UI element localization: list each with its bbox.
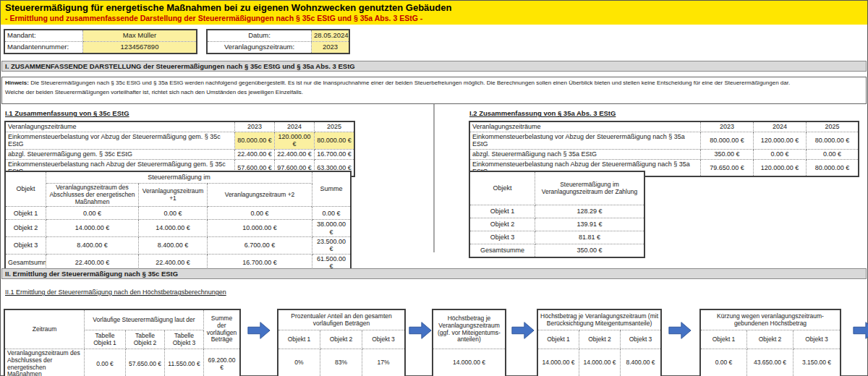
table-row: Objekt Steuerermäßigung im Veranlagungsz… [470,172,644,205]
note-line1: Hinweis: Die Steuerermäßigungen nach § 3… [5,79,863,88]
amount-cell: 0.00 € [139,207,208,220]
amount-cell: 80.000.00 € [701,132,754,150]
row-label: Einkommensteuerbelastung vor Abzug der S… [470,132,701,150]
i2-objects-table: Objekt Steuerermäßigung im Veranlagungsz… [469,171,644,257]
column-header: Objekt 3 [793,330,841,349]
year-header: 2024 [754,122,807,132]
column-header: Veranlagungszeitraum +2 [208,184,312,207]
amount-cell: 8.400.00 € [139,236,208,254]
column-header: Tabelle Objekt 3 [165,330,204,349]
section2-header: II. Ermittlung der Steuerermäßigung nach… [1,268,867,279]
column-header: Objekt 1 [278,330,320,349]
i1-summary-table: Veranlagungszeiträume 2023 2024 2025 Ein… [5,121,354,176]
row-label: Objekt 2 [470,218,535,231]
column-header: Summe der vorläufigen Beträge [204,310,240,349]
amount-input[interactable]: 80.000.00 € [315,132,354,150]
table-row: Objekt 2 139.91 € [470,218,644,231]
amount-cell: 81.81 € [535,231,644,244]
column-header: Veranlagungszeitraum des Abschlusses der… [46,184,139,207]
amount-cell: 139.91 € [535,218,644,231]
amount-cell: 0.00 € [701,349,747,376]
column-header: Veranlagungszeitraum +1 [139,184,208,207]
column-header: Tabelle Objekt 1 [85,330,126,349]
column-header: Höchstbetrag je Veranlagungszeitraum (gg… [433,310,506,349]
group-header: Vorläufige Steuerermäßigung laut der [85,310,204,330]
amount-cell: 3.150.00 € [793,349,841,376]
flow-arrow-icon [408,320,433,341]
veranlagungszeitraum-input[interactable]: 2023 [312,42,349,54]
amount-cell: 23.500.00 € [312,236,351,254]
client-info-table: Mandant: Max Müller Mandantennummer: 123… [4,30,197,54]
table-row: Mandantennummer: 1234567890 [5,42,197,54]
table-row: Veranlagungszeitraum des Abschlusses der… [5,349,240,376]
heading-ii1: II.1 Ermittlung der Steuerermäßigung nac… [5,289,226,296]
column-divider [433,104,435,252]
table-row: Gesamtsumme 350.00 € [470,244,644,257]
table-row: abzgl. Steuerermäßigung gem. § 35c EStG … [6,149,354,159]
table-row: Objekt 2 14.000.00 € 14.000.00 € 10.000.… [6,220,351,237]
heading-i1: I.1 Zusammenfassung von § 35c EStG [5,109,129,117]
worksheet-page: Steuerermäßigung für energetische Maßnah… [0,0,868,376]
table-row: Veranlagungszeiträume 2023 2024 2025 [6,122,354,132]
column-header: Objekt 3 [362,330,405,349]
mandant-input[interactable]: Max Müller [83,30,197,42]
column-header: Objekt 1 [538,330,579,349]
amount-cell: 120.000.00 € [754,159,807,176]
table-row: Objekt 3 8.400.00 € 8.400.00 € 6.700.00 … [6,236,351,254]
row-label: Objekt 3 [6,236,46,254]
column-header: Objekt [470,172,535,205]
group-header: Höchstbetrag je Veranlagungszeitraum (mi… [538,310,661,330]
amount-cell: 0.00 € [46,207,139,220]
row-label: Objekt 1 [6,207,46,220]
amount-cell: 16.700.00 € [315,149,354,159]
amount-cell: 8.400.00 € [46,236,139,254]
flow-arrow-icon [852,320,868,341]
amount-cell: 0.00 € [754,149,807,159]
mandantennummer-input[interactable]: 1234567890 [83,42,197,54]
amount-cell: 0.00 € [208,207,312,220]
amount-input[interactable]: 120.000.00 € [275,132,315,150]
row-label: Gesamtsumme [470,244,535,257]
amount-cell: 10.000.00 € [208,220,312,237]
table-row: Höchstbetrag je Veranlagungszeitraum (mi… [538,310,661,330]
amount-input[interactable]: 80.000.00 € [235,132,275,150]
table-row: Einkommensteuerbelastung vor Abzug der S… [470,132,859,150]
column-header: Objekt 1 [701,330,747,349]
row-label: Einkommensteuerbelastung vor Abzug der S… [6,132,235,150]
percent-cell: 83% [320,349,362,376]
veranlagungszeitraum-label: Veranlagungszeitraum: [208,42,312,54]
table-row: 0% 83% 17% [278,349,405,376]
datum-label: Datum: [208,30,312,42]
table-row: abzgl. Steuerermäßigung nach § 35a EStG … [470,149,859,159]
table-row: 0.00 € 43.650.00 € 3.150.00 € [701,349,841,376]
amount-cell: 14.000.00 € [538,349,579,376]
amount-cell: 14.000.00 € [139,220,208,237]
row-label: abzgl. Steuerermäßigung nach § 35a EStG [470,149,701,159]
column-header: Objekt 2 [579,330,621,349]
i1-objects-table: Objekt Steuerermäßigung im Summe Veranla… [5,171,351,271]
group-header: Prozentualer Anteil an den gesamten vorl… [278,310,405,330]
row-label: Objekt 2 [6,220,46,237]
column-header: Zeitraum [5,310,85,349]
column-header: Summe [312,172,351,207]
datum-input[interactable]: 28.05.2024 [312,30,349,42]
date-info-table: Datum: 28.05.2024 Veranlagungszeitraum: … [207,30,349,54]
amount-cell: 22.400.00 € [275,149,315,159]
percent-cell: 0% [278,349,320,376]
table-row: Veranlagungszeitraum des Abschlusses der… [6,184,351,207]
group-header: Steuerermäßigung im [46,172,312,184]
column-header: Objekt 2 [320,330,362,349]
amount-cell: 128.29 € [535,205,644,218]
page-title: Steuerermäßigung für energetische Maßnah… [5,2,863,14]
amount-cell: 57.650.00 € [126,349,165,376]
flow-arrow-icon [247,320,271,341]
amount-cell: 38.000.00 € [312,220,351,237]
table-row: Einkommensteuerbelastung vor Abzug der S… [6,132,354,150]
amount-cell: 0.00 € [85,349,126,376]
amount-cell: 120.000.00 € [754,132,807,150]
amount-cell: 8.400.00 € [621,349,661,376]
row-label: abzgl. Steuerermäßigung gem. § 35c EStG [6,149,235,159]
table-row: Prozentualer Anteil an den gesamten vorl… [278,310,405,330]
table-row: Zeitraum Vorläufige Steuerermäßigung lau… [5,310,240,330]
amount-cell: 14.000.00 € [433,349,506,376]
